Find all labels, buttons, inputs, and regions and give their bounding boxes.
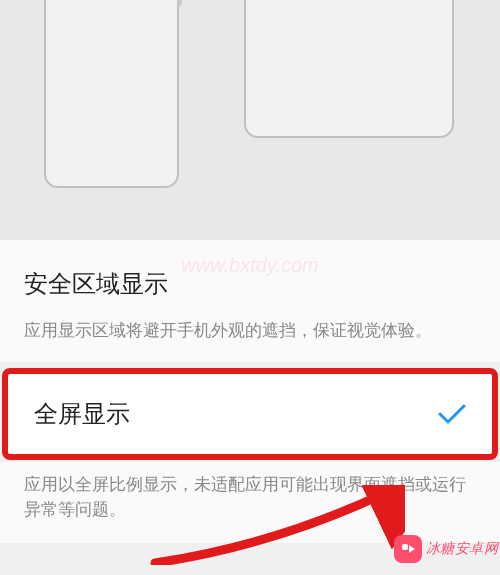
- watermark: 冰糖安卓网: [394, 535, 499, 563]
- phone-side-button: [178, 0, 182, 6]
- display-mode-preview: [0, 0, 500, 240]
- safe-area-title: 安全区域显示: [24, 268, 476, 300]
- checkmark-icon: [438, 404, 466, 424]
- fullscreen-description: 应用以全屏比例显示，未适配应用可能出现界面遮挡或运行异常等问题。: [0, 462, 500, 543]
- safe-area-description: 应用显示区域将避开手机外观的遮挡，保证视觉体验。: [24, 318, 476, 344]
- phone-mock-safe-area[interactable]: [44, 0, 179, 188]
- fullscreen-option[interactable]: 全屏显示: [6, 372, 494, 456]
- safe-area-section: 安全区域显示 应用显示区域将避开手机外观的遮挡，保证视觉体验。: [0, 240, 500, 362]
- watermark-logo-icon: [394, 535, 422, 563]
- phone-mock-fullscreen[interactable]: [244, 0, 454, 138]
- watermark-text: 冰糖安卓网: [426, 540, 499, 558]
- fullscreen-label: 全屏显示: [34, 398, 130, 430]
